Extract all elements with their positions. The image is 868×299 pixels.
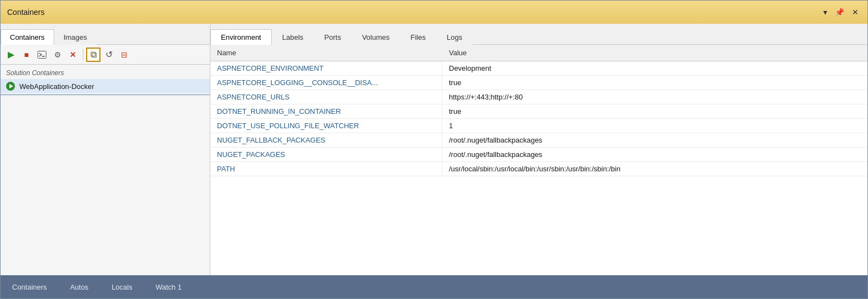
running-icon (6, 82, 15, 91)
tab-logs[interactable]: Logs (436, 29, 473, 45)
tab-volumes[interactable]: Volumes (352, 29, 400, 45)
delete-button[interactable]: ✕ (66, 48, 80, 62)
stop-button[interactable]: ■ (19, 48, 34, 62)
left-tabs: Containers Images (1, 24, 210, 45)
refresh-button[interactable]: ↺ (102, 48, 116, 62)
toolbar: ▶ ■ ⚙ ✕ ⧉ ↺ ⊟ (1, 45, 210, 65)
close-button[interactable]: ✕ (850, 7, 861, 18)
bottom-bar: Containers Autos Locals Watch 1 (1, 275, 867, 298)
table-row[interactable]: NUGET_FALLBACK_PACKAGES/root/.nuget/fall… (210, 133, 867, 148)
table-row[interactable]: DOTNET_USE_POLLING_FILE_WATCHER1 (210, 119, 867, 133)
container-name: WebApplication-Docker (19, 82, 94, 91)
cell-env-name: DOTNET_RUNNING_IN_CONTAINER (210, 104, 442, 118)
window-title: Containers (7, 8, 45, 17)
separator (83, 49, 83, 60)
bottom-tab-watch1[interactable]: Watch 1 (144, 278, 193, 296)
col-header-name: Name (210, 47, 442, 59)
cell-env-value: /root/.nuget/fallbackpackages (442, 133, 867, 147)
dropdown-button[interactable]: ▾ (821, 7, 829, 18)
tab-environment[interactable]: Environment (210, 29, 272, 45)
terminal-button[interactable] (35, 48, 49, 62)
pin-button[interactable]: 📌 (833, 7, 846, 18)
title-bar: Containers ▾ 📌 ✕ (1, 1, 867, 24)
right-tabs: Environment Labels Ports Volumes Files L… (210, 24, 867, 45)
title-bar-controls: ▾ 📌 ✕ (821, 7, 861, 18)
cell-env-name: NUGET_FALLBACK_PACKAGES (210, 133, 442, 147)
cell-env-value: https://+:443;http://+:80 (442, 90, 867, 104)
table-row[interactable]: DOTNET_RUNNING_IN_CONTAINERtrue (210, 104, 867, 119)
play-button[interactable]: ▶ (4, 48, 18, 62)
cell-env-name: ASPNETCORE_URLS (210, 90, 442, 104)
bottom-tab-autos[interactable]: Autos (59, 278, 100, 296)
bottom-tab-containers[interactable]: Containers (1, 278, 59, 296)
copy-button[interactable]: ⧉ (86, 48, 100, 62)
cell-env-value: Development (442, 61, 867, 75)
container-item[interactable]: WebApplication-Docker (1, 79, 210, 93)
cell-env-value: true (442, 76, 867, 90)
attach-button[interactable]: ⊟ (117, 48, 131, 62)
tab-containers[interactable]: Containers (1, 29, 54, 45)
tab-images[interactable]: Images (54, 29, 97, 45)
table-row[interactable]: ASPNETCORE_URLShttps://+:443;http://+:80 (210, 90, 867, 104)
table-row[interactable]: ASPNETCORE_LOGGING__CONSOLE__DISA...true (210, 76, 867, 90)
table-header: Name Value (210, 45, 867, 61)
cell-env-name: DOTNET_USE_POLLING_FILE_WATCHER (210, 119, 442, 133)
table-row[interactable]: NUGET_PACKAGES/root/.nuget/fallbackpacka… (210, 148, 867, 162)
cell-env-value: /usr/local/sbin:/usr/local/bin:/usr/sbin… (442, 162, 867, 176)
left-divider (1, 95, 210, 95)
tab-ports[interactable]: Ports (314, 29, 351, 45)
cell-env-value: true (442, 104, 867, 118)
table-row[interactable]: ASPNETCORE_ENVIRONMENTDevelopment (210, 61, 867, 76)
cell-env-name: ASPNETCORE_LOGGING__CONSOLE__DISA... (210, 76, 442, 90)
left-panel: Containers Images ▶ ■ ⚙ ✕ ⧉ ↺ (1, 24, 210, 275)
cell-env-name: NUGET_PACKAGES (210, 148, 442, 161)
cell-env-value: 1 (442, 119, 867, 133)
table-body: ASPNETCORE_ENVIRONMENTDevelopmentASPNETC… (210, 61, 867, 275)
tab-labels[interactable]: Labels (272, 29, 314, 45)
solution-label: Solution Containers (1, 65, 210, 79)
cell-env-name: PATH (210, 162, 442, 176)
cell-env-value: /root/.nuget/fallbackpackages (442, 148, 867, 161)
tab-files[interactable]: Files (400, 29, 436, 45)
col-header-value: Value (442, 47, 867, 59)
table-row[interactable]: PATH/usr/local/sbin:/usr/local/bin:/usr/… (210, 162, 867, 176)
main-window: Containers ▾ 📌 ✕ Containers Images ▶ ■ (0, 0, 868, 299)
settings-button[interactable]: ⚙ (50, 48, 65, 62)
cell-env-name: ASPNETCORE_ENVIRONMENT (210, 61, 442, 75)
main-content: Containers Images ▶ ■ ⚙ ✕ ⧉ ↺ (1, 24, 867, 275)
right-panel: Environment Labels Ports Volumes Files L… (210, 24, 867, 275)
bottom-tab-locals[interactable]: Locals (100, 278, 144, 296)
